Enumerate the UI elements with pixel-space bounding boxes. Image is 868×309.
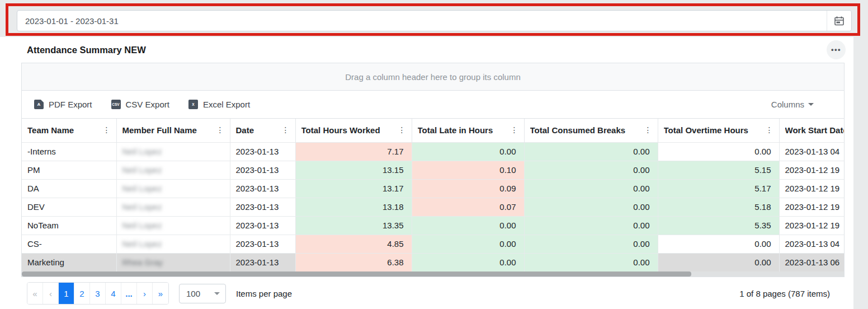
items-per-page-label: Items per page (236, 289, 292, 298)
csv-file-icon: CSV (111, 100, 121, 109)
excel-export-label: Excel Export (203, 100, 250, 109)
column-menu-icon[interactable]: ⋮ (508, 128, 521, 133)
page-button-4[interactable]: 4 (106, 283, 121, 304)
cell-late: 0.07 (412, 198, 524, 216)
table-viewport: Team Name⋮Member Full Name⋮Date⋮Total Ho… (22, 119, 844, 271)
cell-date: 2023-01-13 (230, 179, 295, 198)
columns-dropdown-label: Columns (771, 100, 804, 109)
cell-start: 2023-01-12 19 (779, 216, 844, 235)
column-menu-icon[interactable]: ⋮ (396, 128, 408, 133)
table-row[interactable]: -InternsNeil Lopez2023-01-137.170.000.00… (22, 142, 844, 161)
cell-date: 2023-01-13 (230, 253, 295, 271)
column-menu-icon[interactable]: ⋮ (642, 128, 654, 133)
page-size-select[interactable]: 100 (179, 284, 226, 303)
cell-member: Neil Lopez (116, 179, 230, 198)
column-menu-icon[interactable]: ⋮ (101, 128, 113, 133)
cell-member: Neil Lopez (116, 235, 230, 253)
cell-member: Neil Lopez (116, 142, 230, 161)
cell-member: Neil Lopez (116, 161, 230, 179)
page-button-2[interactable]: 2 (74, 283, 90, 304)
column-header-start[interactable]: Work Start Date⋮ (779, 119, 844, 142)
group-by-drop-zone[interactable]: Drag a column header here to group its c… (22, 63, 844, 91)
cell-breaks: 0.00 (524, 253, 658, 271)
column-header-breaks[interactable]: Total Consumed Breaks⋮ (524, 119, 658, 142)
column-menu-icon[interactable]: ⋮ (280, 128, 292, 133)
pdf-export-button[interactable]: A PDF Export (34, 100, 92, 109)
column-header-hours[interactable]: Total Hours Worked⋮ (295, 119, 412, 142)
column-header-overtime[interactable]: Total Overtime Hours⋮ (658, 119, 779, 142)
cell-breaks: 0.00 (524, 198, 658, 216)
redacted-member-name: Rhea Gray (122, 258, 163, 267)
column-header-member[interactable]: Member Full Name⋮ (116, 119, 230, 142)
cell-late: 0.09 (412, 179, 524, 198)
cell-member: Neil Lopez (116, 216, 230, 235)
cell-hours: 13.35 (295, 216, 412, 235)
table-row[interactable]: DANeil Lopez2023-01-1313.170.090.005.172… (22, 179, 844, 198)
table-row[interactable]: MarketingRhea Gray2023-01-136.380.000.00… (22, 253, 844, 271)
cell-overtime: 0.00 (658, 253, 779, 271)
chevron-down-icon (808, 103, 814, 106)
page-button-3[interactable]: 3 (90, 283, 106, 304)
cell-overtime: 5.18 (658, 198, 779, 216)
column-menu-icon[interactable]: ⋮ (214, 128, 227, 133)
cell-team: DEV (22, 198, 116, 216)
csv-export-button[interactable]: CSV CSV Export (111, 100, 169, 109)
cell-date: 2023-01-13 (230, 142, 295, 161)
column-header-late[interactable]: Total Late in Hours⋮ (412, 119, 524, 142)
table-row[interactable]: PMNeil Lopez2023-01-1313.150.100.005.152… (22, 161, 844, 179)
more-pages-button[interactable]: ... (121, 283, 137, 304)
cell-breaks: 0.00 (524, 142, 658, 161)
excel-export-button[interactable]: X Excel Export (188, 100, 250, 109)
first-page-button[interactable]: « (27, 283, 43, 304)
cell-hours: 13.15 (295, 161, 412, 179)
attendance-summary-card: Attendance Summary NEW ••• Drag a column… (0, 37, 853, 309)
date-range-picker (17, 10, 852, 31)
horizontal-scrollbar[interactable] (22, 271, 844, 277)
last-page-button[interactable]: » (153, 283, 168, 304)
page-button-1[interactable]: 1 (59, 283, 74, 304)
cell-hours: 13.17 (295, 179, 412, 198)
cell-overtime: 5.15 (658, 161, 779, 179)
column-header-label: Work Start Date (785, 125, 845, 135)
cell-late: 0.00 (412, 216, 524, 235)
pdf-file-icon: A (34, 100, 44, 109)
cell-date: 2023-01-13 (230, 198, 295, 216)
cell-start: 2023-01-13 04 (779, 235, 844, 253)
date-range-input[interactable] (17, 11, 827, 31)
column-header-label: Member Full Name (122, 125, 197, 135)
column-header-label: Total Overtime Hours (664, 125, 748, 135)
column-header-date[interactable]: Date⋮ (230, 119, 295, 142)
cell-team: CS- (22, 235, 116, 253)
columns-dropdown-button[interactable]: Columns (771, 100, 814, 109)
table-row[interactable]: DEVNeil Lopez2023-01-1313.180.070.005.18… (22, 198, 844, 216)
attendance-table: Team Name⋮Member Full Name⋮Date⋮Total Ho… (22, 119, 844, 271)
redacted-member-name: Neil Lopez (122, 239, 162, 249)
prev-page-button[interactable]: ‹ (43, 283, 59, 304)
cell-start: 2023-01-12 19 (779, 161, 844, 179)
table-row[interactable]: NoTeamNeil Lopez2023-01-1313.350.000.005… (22, 216, 844, 235)
horizontal-scrollbar-thumb[interactable] (22, 271, 691, 277)
cell-team: NoTeam (22, 216, 116, 235)
card-header: Attendance Summary NEW ••• (0, 37, 853, 63)
more-horizontal-icon[interactable]: ••• (827, 40, 846, 59)
header-row: Team Name⋮Member Full Name⋮Date⋮Total Ho… (22, 119, 844, 142)
cell-breaks: 0.00 (524, 235, 658, 253)
csv-export-label: CSV Export (126, 100, 169, 109)
cell-hours: 13.18 (295, 198, 412, 216)
calendar-button[interactable] (827, 11, 851, 31)
cell-late: 0.10 (412, 161, 524, 179)
cell-start: 2023-01-12 19 (779, 179, 844, 198)
redacted-member-name: Neil Lopez (122, 221, 162, 230)
cell-late: 0.00 (412, 253, 524, 271)
cell-overtime: 0.00 (658, 235, 779, 253)
cell-hours: 4.85 (295, 235, 412, 253)
cell-start: 2023-01-13 04 (779, 142, 844, 161)
cell-breaks: 0.00 (524, 161, 658, 179)
table-row[interactable]: CS-Neil Lopez2023-01-134.850.000.000.002… (22, 235, 844, 253)
excel-file-icon: X (188, 100, 198, 109)
column-menu-icon[interactable]: ⋮ (763, 128, 776, 133)
cell-late: 0.00 (412, 142, 524, 161)
next-page-button[interactable]: › (137, 283, 153, 304)
cell-team: -Interns (22, 142, 116, 161)
column-header-team[interactable]: Team Name⋮ (22, 119, 116, 142)
